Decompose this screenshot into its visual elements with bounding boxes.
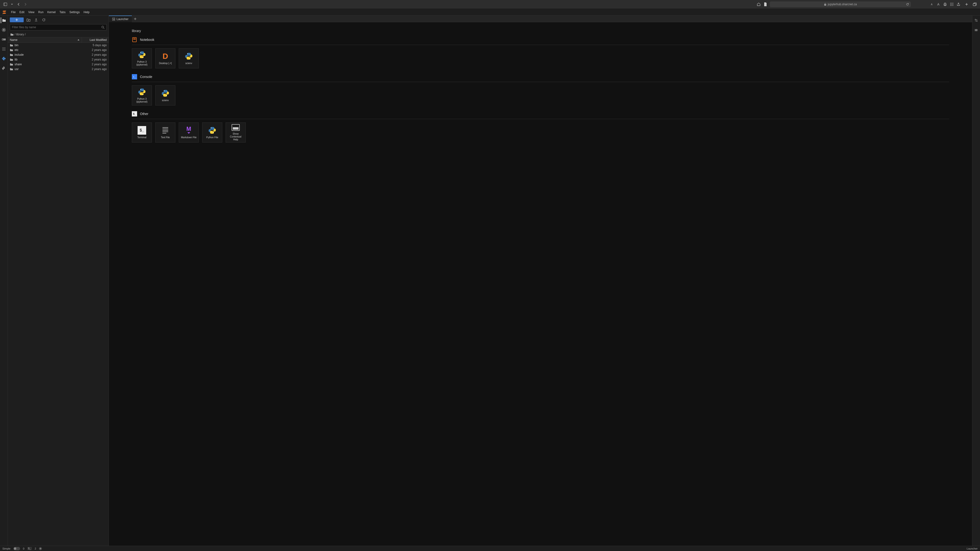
statusbar: Simple 0 $_ 2 Launcher <box>0 546 980 551</box>
apps-icon[interactable] <box>950 2 954 7</box>
tab-bar: Launcher <box>109 16 972 22</box>
toc-icon[interactable] <box>1 46 7 52</box>
file-name: share <box>14 63 22 66</box>
property-inspector-icon[interactable] <box>973 17 979 23</box>
statusbar-mode: Launcher <box>967 547 978 550</box>
launcher-card[interactable]: Python File <box>202 122 222 143</box>
svg-point-26 <box>3 58 3 59</box>
print-icon[interactable] <box>943 2 947 7</box>
folder-icon <box>10 49 13 51</box>
section-title: Notebook <box>140 38 154 41</box>
lock-icon <box>824 3 826 5</box>
svg-point-10 <box>953 4 953 5</box>
svg-point-29 <box>102 26 103 28</box>
debugger-icon[interactable] <box>973 27 979 33</box>
file-row[interactable]: lib2 years ago <box>8 57 109 62</box>
new-tab-icon[interactable] <box>964 2 969 7</box>
breadcrumb[interactable]: / library / <box>8 32 109 37</box>
kernels-count[interactable]: 2 <box>35 547 36 550</box>
sidebar-toggle-icon[interactable] <box>3 2 8 7</box>
column-modified[interactable]: Last Modified <box>82 37 109 43</box>
main-content: Launcher library NotebookPython 3 (ipyke… <box>109 16 972 546</box>
share-icon[interactable] <box>956 2 961 7</box>
extensions-icon[interactable] <box>1 65 7 71</box>
svg-point-9 <box>951 4 952 5</box>
svg-rect-0 <box>3 3 7 6</box>
launcher-card[interactable]: MMarkdown File <box>179 122 199 143</box>
launcher-card[interactable]: DDesktop [↗] <box>155 48 175 68</box>
folder-icon <box>10 58 13 61</box>
back-icon[interactable] <box>16 2 21 7</box>
file-name: bin <box>14 43 18 47</box>
svg-point-17 <box>5 10 6 11</box>
tab-launcher[interactable]: Launcher <box>109 16 132 22</box>
launcher-section: NotebookPython 3 (ipykernel)DDesktop [↗]… <box>132 37 949 68</box>
file-row[interactable]: etc2 years ago <box>8 48 109 52</box>
folder-icon <box>10 63 13 66</box>
document-icon[interactable] <box>763 2 768 7</box>
menu-file[interactable]: File <box>9 10 18 15</box>
filter-input[interactable] <box>12 25 101 29</box>
launcher-card[interactable]: Python 3 (ipykernel) <box>132 48 152 68</box>
new-launcher-button[interactable] <box>10 17 24 22</box>
svg-point-39 <box>140 89 141 90</box>
git-icon[interactable] <box>1 56 7 62</box>
python-icon <box>208 126 216 135</box>
file-name: etc <box>14 48 18 52</box>
refresh-icon[interactable] <box>906 3 909 6</box>
file-modified: 2 years ago <box>80 58 107 61</box>
tabs-icon[interactable] <box>972 2 977 7</box>
menu-kernel[interactable]: Kernel <box>45 10 58 15</box>
home-icon[interactable] <box>756 2 761 7</box>
file-row[interactable]: share2 years ago <box>8 62 109 67</box>
file-list-header: Name Last Modified <box>8 37 109 43</box>
menu-view[interactable]: View <box>26 10 37 15</box>
launcher-card[interactable]: Python 3 (ipykernel) <box>132 86 152 105</box>
file-modified: 5 days ago <box>80 43 107 47</box>
menu-help[interactable]: Help <box>81 10 91 15</box>
file-row[interactable]: bin5 days ago <box>8 43 109 48</box>
simple-toggle[interactable] <box>13 547 20 550</box>
chevron-down-icon[interactable] <box>10 2 14 7</box>
menu-edit[interactable]: Edit <box>18 10 26 15</box>
svg-rect-33 <box>133 38 136 39</box>
svg-point-7 <box>953 3 953 3</box>
file-row[interactable]: include2 years ago <box>8 52 109 57</box>
add-tab-button[interactable] <box>132 16 138 22</box>
menu-tabs[interactable]: Tabs <box>58 10 67 15</box>
menu-settings[interactable]: Settings <box>67 10 81 15</box>
launcher-card[interactable]: Show Contextual Help <box>226 122 246 143</box>
terminals-count[interactable]: 0 <box>23 547 24 550</box>
folder-icon <box>10 53 13 56</box>
svg-point-40 <box>143 94 143 95</box>
svg-point-42 <box>166 95 167 96</box>
running-icon[interactable] <box>1 27 7 33</box>
upload-icon[interactable] <box>33 17 39 23</box>
text-larger-icon[interactable]: A <box>936 2 941 7</box>
card-label: Text File <box>161 136 170 139</box>
url-bar[interactable]: jupyterhub.sharcnet.ca <box>770 2 911 7</box>
file-row[interactable]: usr2 years ago <box>8 67 109 71</box>
column-name[interactable]: Name <box>8 37 82 43</box>
textfile-icon <box>161 126 170 135</box>
launcher-card[interactable]: Text File <box>155 122 175 143</box>
launcher-card[interactable]: scienv <box>179 48 199 68</box>
refresh-files-icon[interactable] <box>41 17 47 23</box>
text-smaller-icon[interactable]: A <box>929 2 934 7</box>
svg-line-30 <box>103 28 104 29</box>
desktop-icon: D <box>161 52 170 60</box>
forward-icon[interactable] <box>23 2 28 7</box>
filter-input-wrapper <box>10 24 107 30</box>
file-browser-icon[interactable] <box>1 17 6 23</box>
file-modified: 2 years ago <box>80 67 107 71</box>
section-title: Console <box>140 75 152 79</box>
folder-icon <box>10 68 13 71</box>
menu-run[interactable]: Run <box>37 10 45 15</box>
launcher-card[interactable]: scienv <box>155 86 175 105</box>
new-folder-icon[interactable] <box>25 17 31 23</box>
file-browser-panel: / library / Name Last Modified bin5 days… <box>8 16 109 546</box>
launcher-card[interactable]: $_Terminal <box>132 122 152 143</box>
section-title: Other <box>140 112 148 116</box>
gpu-icon[interactable] <box>1 37 7 42</box>
jupyter-logo-icon[interactable] <box>2 10 7 14</box>
